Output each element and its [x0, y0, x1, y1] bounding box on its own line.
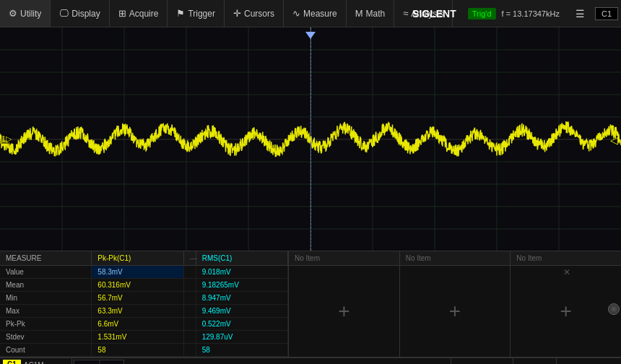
close-measure-icon[interactable]: ✕	[563, 267, 570, 277]
measure-label: Measure	[303, 9, 337, 19]
utility-menu[interactable]: ⚙ Utility	[0, 0, 51, 27]
no-item-body-1: +	[338, 266, 349, 357]
trigger-section: Trigger C1 DC Auto Edge	[451, 358, 513, 364]
no-item-body-2: +	[449, 266, 461, 357]
measure-row: Min 56.7mV 8.947mV	[0, 292, 288, 305]
measure-cell-label: Value	[0, 266, 92, 278]
acquire-label: Acquire	[129, 9, 159, 19]
cursors-menu[interactable]: ✛ Cursors	[225, 0, 284, 27]
measure-sep: —	[184, 251, 196, 265]
no-item-panel-1: No Item +	[289, 251, 400, 357]
measure-cell-label: Max	[0, 305, 92, 317]
ch1-right-arrow: ◁	[610, 134, 618, 146]
measure-cell-v2: 9.469mV	[196, 305, 288, 317]
measure-row: Mean 60.316mV 9.18265mV	[0, 279, 288, 292]
measure-cell-label: Count	[0, 344, 92, 356]
measure-rows-container: Value 58.3mV 9.018mV Mean 60.316mV 9.182…	[0, 266, 288, 357]
cursors-label: Cursors	[244, 9, 274, 19]
math-icon: M	[355, 8, 363, 19]
trigger-icon: ⚑	[176, 8, 185, 19]
no-item-label-1: No Item	[289, 251, 399, 266]
measure-cell-v2: 129.87uV	[196, 331, 288, 343]
measure-col-pkpk[interactable]: Pk-Pk(C1)	[92, 251, 183, 265]
measure-row: Count 58 58	[0, 344, 288, 357]
ch1-coupling: AC1M	[24, 361, 44, 364]
frequency-display: f = 13.17347kHz	[502, 9, 565, 18]
measure-cell-v2: 8.947mV	[196, 292, 288, 304]
ch1-info-block: C1 AC1M 10X 50.0mV 20M 0.00V	[0, 358, 72, 364]
cursors-icon: ✛	[233, 8, 241, 19]
measure-icon: ∿	[292, 8, 300, 19]
math-menu[interactable]: M Math	[347, 0, 395, 27]
measure-cell-label: Mean	[0, 279, 92, 291]
add-measurement-icon-3[interactable]: +	[560, 300, 572, 323]
measure-cell-sep	[184, 318, 196, 330]
no-item-body-3: + ✕	[560, 266, 572, 357]
measure-cell-sep	[184, 279, 196, 291]
measure-cell-v2: 58	[196, 344, 288, 356]
measure-row: Max 63.3mV 9.469mV	[0, 305, 288, 318]
ch1-badge[interactable]: C1	[3, 360, 21, 364]
measure-cell-v2: 9.18265mV	[196, 279, 288, 291]
acquire-menu[interactable]: ⊞ Acquire	[110, 0, 168, 27]
measure-cell-v1: 58.3mV	[92, 266, 183, 278]
timestamp-section: 17:20:02 2023/6/2	[578, 358, 621, 364]
measure-panel: MEASURE Pk-Pk(C1) — RMS(C1) Value 58.3mV…	[0, 251, 621, 358]
measure-cell-sep	[184, 266, 196, 278]
trigger-line	[310, 27, 311, 251]
no-item-label-3: No Item	[511, 251, 621, 266]
ch1-waveform-thumbnail: C1	[74, 360, 124, 364]
display-icon: 🖵	[59, 8, 69, 19]
measure-header-row: MEASURE Pk-Pk(C1) — RMS(C1)	[0, 251, 288, 266]
top-menu-bar: ⚙ Utility 🖵 Display ⊞ Acquire ⚑ Trigger …	[0, 0, 621, 27]
measure-cell-v1: 6.6mV	[92, 318, 183, 330]
bottom-status-bar: C1 AC1M 10X 50.0mV 20M 0.00V C1 Timebase…	[0, 358, 621, 364]
settings-icon[interactable]: ☰	[571, 8, 589, 20]
measure-cell-v2: 0.522mV	[196, 318, 288, 330]
add-measurement-icon-2[interactable]: +	[449, 300, 461, 323]
trigger-label: Trigger	[188, 9, 215, 19]
measure-row: Pk-Pk 6.6mV 0.522mV	[0, 318, 288, 331]
ch1-scope-label: 1▷	[1, 134, 12, 144]
math-label: Math	[366, 9, 386, 19]
measure-menu[interactable]: ∿ Measure	[284, 0, 347, 27]
measure-cell-label: Min	[0, 292, 92, 304]
ch1-thumb-svg: C1	[74, 360, 125, 364]
measure-cell-label: Pk-Pk	[0, 318, 92, 330]
measure-cell-v1: 56.7mV	[92, 292, 183, 304]
channel-badge[interactable]: C1	[595, 7, 618, 20]
utility-label: Utility	[20, 9, 41, 19]
measure-cell-label: Stdev	[0, 331, 92, 343]
measure-cell-sep	[184, 292, 196, 304]
measure-cell-v1: 58	[92, 344, 183, 356]
measure-cell-sep	[184, 331, 196, 343]
add-measurement-icon-1[interactable]: +	[338, 300, 349, 323]
measure-table: MEASURE Pk-Pk(C1) — RMS(C1) Value 58.3mV…	[0, 251, 289, 357]
usb-icon: ⎇	[557, 358, 578, 364]
siglent-logo: SIGLENT	[407, 8, 462, 20]
measure-cell-v1: 60.316mV	[92, 279, 183, 291]
display-menu[interactable]: 🖵 Display	[51, 0, 109, 27]
timebase-section: Timebase 0.00s 10.0ms/div 2.00Mpts 20.0M…	[126, 358, 451, 364]
display-label: Display	[71, 9, 100, 19]
measure-row: Stdev 1.531mV 129.87uV	[0, 331, 288, 344]
measure-row: Value 58.3mV 9.018mV	[0, 266, 288, 279]
measure-col-rms[interactable]: RMS(C1)	[196, 251, 288, 265]
measure-cell-sep	[184, 344, 196, 356]
trigger-arrow	[305, 32, 316, 39]
no-item-panel-2: No Item +	[400, 251, 511, 357]
measure-cell-v2: 9.018mV	[196, 266, 288, 278]
measure-cell-sep	[184, 305, 196, 317]
utility-icon: ⚙	[9, 8, 17, 19]
measure-cell-v1: 63.3mV	[92, 305, 183, 317]
brand-area: SIGLENT Trig'd f = 13.17347kHz ☰ C1	[407, 0, 621, 27]
no-item-label-2: No Item	[400, 251, 511, 266]
trig-status-badge: Trig'd	[468, 8, 496, 20]
no-item-panel-3: No Item + ✕	[511, 251, 621, 357]
trigger-menu[interactable]: ⚑ Trigger	[168, 0, 225, 27]
scope-display: 1▷ ◁	[0, 27, 621, 251]
scroll-knob[interactable]	[608, 303, 620, 315]
trigger-voltage-section: ↑ -667uV Rising	[513, 358, 557, 364]
acquire-icon: ⊞	[118, 8, 126, 19]
measure-cell-v1: 1.531mV	[92, 331, 183, 343]
